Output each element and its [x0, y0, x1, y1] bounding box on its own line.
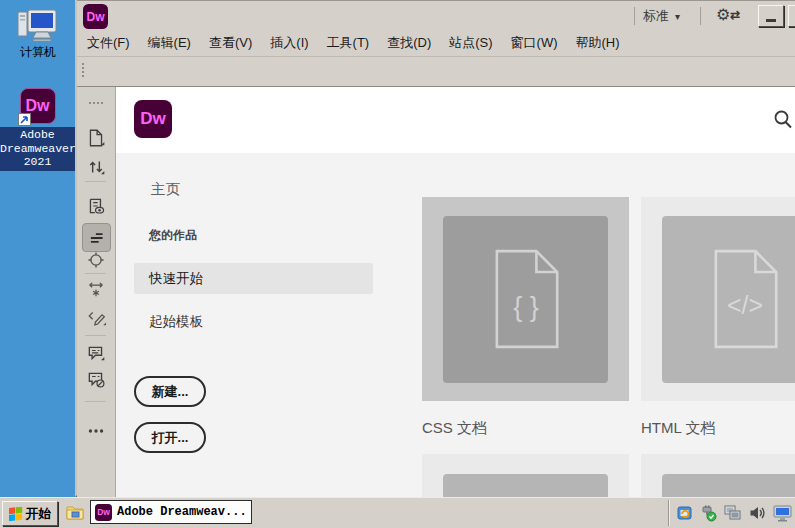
nav-your-work-heading: 您的作品 — [149, 227, 197, 244]
gear-icon: ⚙ — [716, 5, 730, 24]
tag-pencil-icon — [86, 307, 106, 327]
live-view-options-button[interactable] — [84, 194, 108, 218]
document-toolbar — [77, 57, 795, 86]
menu-bar: 文件(F) 编辑(E) 查看(V) 插入(I) 工具(T) 查找(D) 站点(S… — [77, 30, 795, 57]
card-css-label: CSS 文档 — [422, 419, 487, 438]
start-label: 开始 — [26, 505, 52, 523]
menu-window[interactable]: 窗口(W) — [511, 34, 558, 52]
shortcut-arrow-icon — [18, 113, 31, 126]
shortcut-label-line1: Adobe — [0, 128, 75, 142]
display-tray-icon[interactable] — [773, 505, 792, 522]
volume-tray-icon[interactable] — [749, 505, 766, 521]
start-button[interactable]: 开始 — [2, 501, 58, 526]
titlebar-separator — [634, 7, 635, 25]
window-app-icon-text: Dw — [87, 10, 105, 24]
html-glyph: </> — [726, 291, 762, 319]
card-css-thumbnail: { } — [443, 216, 608, 383]
sync-arrows-icon: ⇄ — [730, 8, 740, 22]
toolbar-separator — [85, 273, 106, 274]
remove-comment-button[interactable] — [84, 367, 108, 391]
list-preview-icon — [86, 196, 106, 216]
new-button[interactable]: 新建... — [134, 376, 206, 407]
desktop: 计算机 Dw Adobe Dreamweaver 2021 — [0, 0, 75, 528]
card-css-document[interactable]: { } — [422, 197, 629, 401]
menu-site[interactable]: 站点(S) — [449, 34, 492, 52]
open-button[interactable]: 打开... — [134, 422, 206, 453]
welcome-screen: Dw 主页 您的作品 快速开始 起始模板 新建... 打开... — [116, 87, 795, 498]
quick-launch-folder-icon[interactable] — [66, 504, 84, 520]
toolbar-separator — [85, 181, 106, 182]
toolbar-separator — [85, 401, 106, 402]
menu-file[interactable]: 文件(F) — [87, 34, 130, 52]
minimize-button[interactable] — [758, 5, 784, 27]
new-document-button[interactable] — [84, 126, 108, 150]
comment-button[interactable] — [84, 341, 108, 365]
card-html-label: HTML 文档 — [641, 419, 715, 438]
file-management-button[interactable] — [84, 155, 108, 179]
crosshair-icon — [86, 250, 106, 270]
windows-update-tray-icon[interactable] — [677, 505, 693, 521]
taskbar-dw-icon: Dw — [95, 504, 112, 521]
inspect-mode-button[interactable] — [84, 248, 108, 272]
shortcut-label-line3: 2021 — [0, 155, 75, 169]
nav-quick-start[interactable]: 快速开始 — [134, 263, 373, 294]
toolbar-grip-handle[interactable] — [81, 62, 86, 78]
taskbar: 开始 Dw Adobe Dreamweav... — [0, 497, 795, 528]
taskbar-button-dreamweaver[interactable]: Dw Adobe Dreamweav... — [90, 500, 252, 524]
window-body: Dw 主页 您的作品 快速开始 起始模板 新建... 打开... — [77, 86, 795, 498]
shortcut-label-line2: Dreamweaver — [0, 142, 75, 156]
minimize-icon — [766, 19, 776, 22]
window-title-bar: Dw 标准 ▾ ⚙ ⇄ — [77, 0, 795, 31]
nav-home[interactable]: 主页 — [151, 180, 180, 199]
html-file-icon: </> — [703, 247, 787, 351]
taskbar-button-label: Adobe Dreamweav... — [117, 505, 247, 519]
arrows-asterisk-icon — [86, 279, 106, 299]
welcome-dw-logo-text: Dw — [140, 109, 166, 129]
toolbar-separator — [85, 335, 106, 336]
up-down-arrows-icon — [86, 157, 106, 177]
sync-settings-button[interactable]: ⚙ ⇄ — [716, 5, 740, 24]
taskbar-dw-icon-text: Dw — [97, 507, 110, 517]
card-html-document[interactable]: </> — [641, 197, 795, 401]
ellipsis-icon — [86, 421, 106, 441]
card-html-thumbnail: </> — [662, 216, 795, 383]
window-app-icon: Dw — [83, 4, 108, 29]
menu-insert[interactable]: 插入(I) — [270, 34, 308, 52]
nav-quick-start-label: 快速开始 — [149, 270, 203, 288]
menu-view[interactable]: 查看(V) — [209, 34, 252, 52]
desktop-icon-computer[interactable]: 计算机 — [14, 6, 62, 61]
welcome-dw-logo: Dw — [134, 100, 172, 138]
workspace-switcher[interactable]: 标准 ▾ — [643, 7, 680, 25]
css-glyph: { } — [513, 292, 539, 322]
search-icon[interactable] — [771, 108, 795, 132]
chevron-down-icon: ▾ — [675, 11, 680, 22]
outline-lines-icon — [87, 228, 107, 248]
left-toolbar — [77, 87, 116, 498]
maximize-button[interactable] — [788, 5, 795, 27]
css-file-icon: { } — [484, 247, 568, 351]
comment-slash-icon — [86, 369, 106, 389]
menu-tools[interactable]: 工具(T) — [327, 34, 370, 52]
comment-bubble-icon — [86, 343, 106, 363]
new-document-icon — [86, 128, 106, 148]
welcome-header: Dw — [116, 87, 795, 153]
menu-find[interactable]: 查找(D) — [387, 34, 431, 52]
more-tools-button[interactable] — [84, 419, 108, 443]
code-edit-button[interactable] — [84, 305, 108, 329]
computer-icon — [16, 6, 60, 44]
nav-starter-templates[interactable]: 起始模板 — [149, 313, 203, 331]
desktop-icon-dreamweaver[interactable]: Dw Adobe Dreamweaver 2021 — [0, 88, 75, 171]
computer-label: 计算机 — [14, 44, 62, 61]
windows-logo-icon — [9, 507, 23, 521]
left-toolbar-grip-handle[interactable] — [88, 101, 104, 106]
dreamweaver-shortcut-label: Adobe Dreamweaver 2021 — [0, 127, 75, 171]
dreamweaver-window: Dw 标准 ▾ ⚙ ⇄ 文件(F) 编辑(E) 查看(V) 插入(I) 工具(T… — [75, 0, 795, 497]
workspace-label: 标准 — [643, 7, 669, 25]
wrap-tag-button[interactable] — [84, 277, 108, 301]
menu-help[interactable]: 帮助(H) — [576, 34, 620, 52]
menu-edit[interactable]: 编辑(E) — [148, 34, 191, 52]
system-tray — [668, 500, 792, 526]
titlebar-separator — [700, 7, 701, 25]
network-tray-icon[interactable] — [724, 505, 742, 521]
safely-remove-hardware-icon[interactable] — [700, 505, 717, 522]
